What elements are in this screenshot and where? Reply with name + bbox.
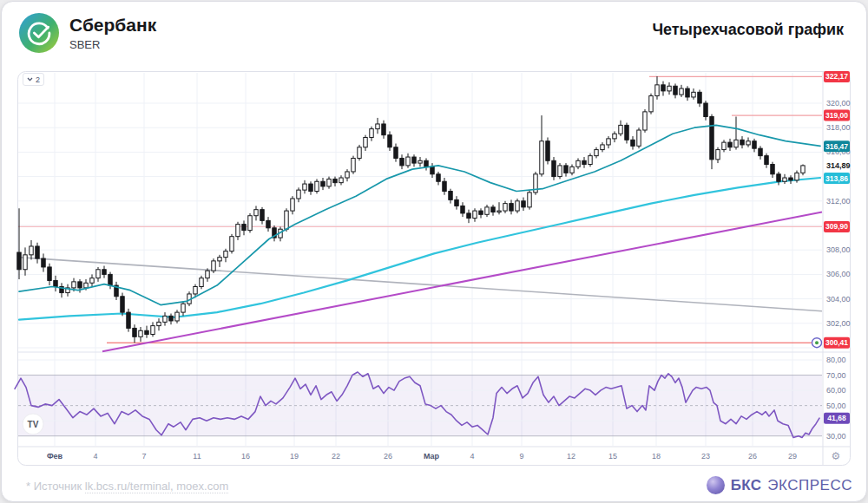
- header: Сбербанк SBER: [19, 13, 156, 53]
- svg-text:316,47: 316,47: [825, 142, 848, 151]
- axis-settings-gear-icon[interactable]: ⚙: [832, 450, 841, 462]
- indicator-count: 2: [36, 75, 40, 84]
- svg-text:300,41: 300,41: [825, 338, 848, 347]
- svg-text:Мар: Мар: [424, 452, 440, 461]
- svg-text:9: 9: [519, 452, 523, 461]
- svg-text:TV: TV: [28, 420, 39, 429]
- svg-text:4: 4: [470, 452, 474, 461]
- svg-text:4: 4: [93, 452, 97, 461]
- price-marker-icon[interactable]: [812, 338, 822, 348]
- svg-text:12: 12: [567, 452, 575, 461]
- brand-bold: БКС: [731, 477, 762, 494]
- source-asterisk: *: [26, 480, 30, 493]
- svg-text:302,00: 302,00: [826, 319, 851, 328]
- svg-text:29: 29: [788, 452, 797, 461]
- source-note: * Источник lk.bcs.ru/terminal, moex.com: [26, 480, 228, 493]
- svg-text:309,90: 309,90: [825, 222, 848, 231]
- svg-text:Фев: Фев: [47, 452, 63, 461]
- svg-text:319,00: 319,00: [825, 111, 848, 120]
- svg-text:308,00: 308,00: [826, 245, 851, 254]
- svg-text:16: 16: [241, 452, 250, 461]
- svg-text:41,68: 41,68: [827, 414, 846, 422]
- svg-text:15: 15: [608, 452, 617, 461]
- svg-text:23: 23: [701, 452, 710, 461]
- chevron-down-icon: [27, 77, 33, 82]
- svg-text:306,00: 306,00: [826, 270, 851, 278]
- svg-text:50,00: 50,00: [826, 402, 846, 410]
- svg-text:312,00: 312,00: [826, 197, 851, 206]
- svg-text:26: 26: [748, 452, 757, 461]
- date-axis-labels[interactable]: Фев471116192226Мар49121518232629: [47, 452, 797, 461]
- svg-text:320,00: 320,00: [826, 99, 851, 108]
- screenshot-stage: 320,00318,00316,00312,00308,00306,00304,…: [0, 0, 868, 503]
- svg-text:18: 18: [652, 452, 661, 461]
- brand-rest: ЭКСПРЕСС: [767, 477, 852, 494]
- svg-text:30,00: 30,00: [826, 432, 846, 441]
- page-title: Сбербанк: [69, 15, 156, 36]
- svg-text:26: 26: [384, 452, 392, 461]
- svg-text:7: 7: [141, 452, 146, 461]
- source-link[interactable]: lk.bcs.ru/terminal, moex.com: [85, 480, 228, 493]
- svg-text:318,00: 318,00: [826, 123, 851, 132]
- svg-text:60,00: 60,00: [826, 386, 846, 395]
- svg-text:314,89: 314,89: [826, 161, 851, 170]
- svg-text:70,00: 70,00: [826, 371, 846, 380]
- indicator-count-control[interactable]: 2: [23, 73, 44, 86]
- rsi-band: [18, 360, 822, 436]
- svg-text:80,00: 80,00: [826, 356, 846, 364]
- bcs-express-logo: БКС ЭКСПРЕСС: [707, 476, 852, 494]
- svg-text:19: 19: [290, 452, 299, 461]
- ma-slow-line[interactable]: [19, 178, 820, 320]
- price-gridlines: [18, 103, 822, 348]
- tradingview-watermark-icon[interactable]: TV: [23, 414, 43, 434]
- bcs-orb-icon: [707, 476, 725, 494]
- candles-layer[interactable]: [17, 76, 805, 343]
- timeframe-title: Четырехчасовой график: [652, 21, 844, 39]
- svg-text:22: 22: [332, 452, 340, 461]
- ticker-label: SBER: [69, 38, 156, 51]
- svg-text:304,00: 304,00: [826, 295, 851, 304]
- price-chart-svg[interactable]: 320,00318,00316,00312,00308,00306,00304,…: [0, 0, 868, 503]
- source-label: Источник: [34, 480, 82, 493]
- svg-text:322,17: 322,17: [825, 72, 848, 81]
- svg-text:313,86: 313,86: [825, 174, 848, 183]
- sberbank-logo-icon: [19, 13, 59, 53]
- svg-text:11: 11: [193, 452, 201, 461]
